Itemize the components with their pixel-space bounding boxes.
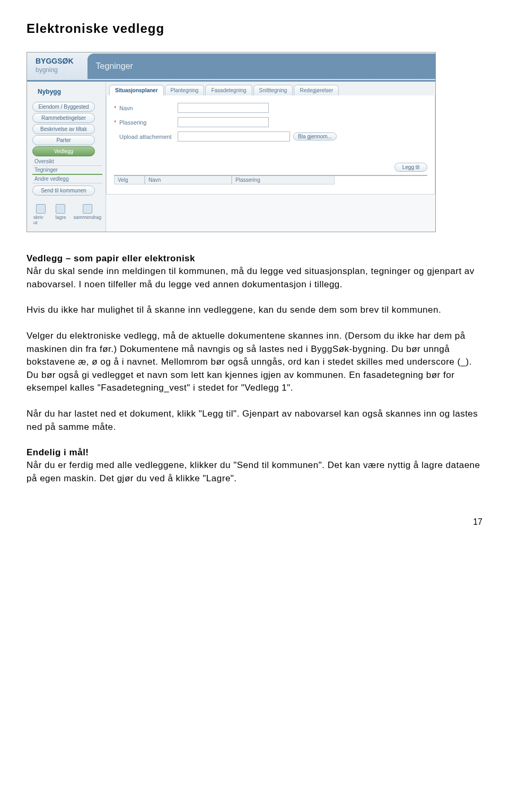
app-header: BYGGSØK bygning Tegninger: [27, 52, 435, 82]
paragraph: Hvis du ikke har mulighet til å skanne i…: [27, 304, 482, 317]
tab-fasadetegning[interactable]: Fasadetegning: [205, 85, 252, 95]
main-panel: Situasjonsplaner Plantegning Fasadetegni…: [106, 82, 435, 232]
sidebar-category: Nybygg: [32, 86, 102, 101]
browse-button[interactable]: Bla gjennom...: [293, 133, 337, 140]
upload-input[interactable]: [178, 131, 290, 142]
sidebar-item-rammebetingelser[interactable]: Rammebetingelser: [32, 113, 95, 123]
header-title: Tegninger: [87, 54, 435, 79]
navn-input[interactable]: [178, 103, 269, 113]
sidebar-item-beskrivelse[interactable]: Beskrivelse av tiltak: [32, 124, 95, 134]
section-title-vedlegg: Vedlegg – som papir eller elektronisk: [27, 253, 482, 264]
sidebar-item-vedlegg[interactable]: Vedlegg: [32, 146, 95, 156]
save-icon: [56, 204, 65, 214]
sidebar-sub-tegninger[interactable]: Tegninger: [32, 166, 102, 175]
required-marker: *: [114, 105, 119, 111]
attachment-grid-header: Velg Navn Plassering: [114, 175, 427, 184]
paragraph: Velger du elektroniske vedlegg, må de ak…: [27, 330, 482, 395]
tab-plantegning[interactable]: Plantegning: [165, 85, 205, 95]
tool-label: sammendrag: [73, 215, 101, 220]
app-logo: BYGGSØK bygning: [27, 52, 82, 80]
grid-col-velg: Velg: [114, 176, 145, 184]
sidebar-item-eiendom[interactable]: Eiendom / Byggested: [32, 102, 95, 112]
plassering-input[interactable]: [178, 117, 269, 127]
sidebar-item-parter[interactable]: Parter: [32, 135, 95, 145]
tool-skriv-ut[interactable]: skriv ut: [33, 204, 48, 225]
paragraph: Når du har lastet ned et dokument, klikk…: [27, 408, 482, 434]
navn-label: Navn: [119, 105, 178, 111]
required-marker: *: [114, 119, 119, 126]
section-title-endelig: Endelig i mål!: [27, 447, 482, 458]
paragraph: Når du er ferdig med alle vedleggene, kl…: [27, 459, 482, 485]
page-heading: Elektroniske vedlegg: [27, 21, 482, 36]
tool-lagre[interactable]: lagre: [55, 204, 66, 225]
logo-subtitle: bygning: [36, 66, 74, 74]
sidebar-sub-oversikt[interactable]: Oversikt: [32, 157, 102, 166]
upload-label: Upload attachement: [119, 134, 178, 140]
tab-situasjonsplaner[interactable]: Situasjonsplaner: [109, 85, 164, 95]
paragraph: Når du skal sende inn meldingen til komm…: [27, 265, 482, 291]
send-til-kommunen-button[interactable]: Send til kommunen: [32, 186, 95, 196]
plassering-label: Plassering: [119, 119, 178, 126]
print-icon: [36, 204, 46, 214]
logo-title: BYGGSØK: [36, 57, 74, 65]
grid-col-plassering: Plassering: [232, 176, 335, 184]
summary-icon: [83, 204, 92, 214]
sidebar-sub-andre-vedlegg[interactable]: Andre vedlegg: [32, 175, 102, 183]
app-screenshot: BYGGSØK bygning Tegninger Nybygg Eiendom…: [27, 52, 436, 232]
page-number: 17: [27, 517, 482, 527]
form-area: * Navn * Plassering Upload attachement B…: [106, 95, 435, 195]
grid-col-navn: Navn: [145, 176, 232, 184]
tool-label: skriv ut: [33, 215, 48, 225]
sidebar: Nybygg Eiendom / Byggested Rammebetingel…: [27, 82, 106, 232]
tool-label: lagre: [55, 215, 66, 220]
legg-til-button[interactable]: Legg til: [394, 163, 427, 172]
tab-row: Situasjonsplaner Plantegning Fasadetegni…: [106, 82, 435, 95]
tab-redegjorelser[interactable]: Redegjørelser: [294, 85, 339, 95]
sidebar-toolbar: skriv ut lagre sammendrag: [32, 202, 102, 227]
tab-snitttegning[interactable]: Snitttegning: [253, 85, 293, 95]
tool-sammendrag[interactable]: sammendrag: [73, 204, 101, 225]
